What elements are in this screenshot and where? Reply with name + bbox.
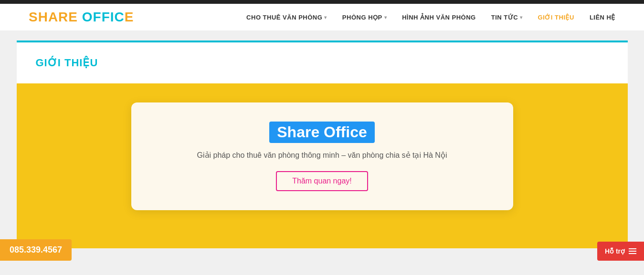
intro-card: Share Office Giải pháp cho thuê văn phòn… (131, 102, 513, 210)
yellow-section: Share Office Giải pháp cho thuê văn phòn… (17, 83, 628, 248)
support-label: Hỗ trợ (605, 247, 625, 255)
page-title-section: Giới Thiệu (17, 41, 628, 83)
nav-label-phong-hop: PHÒNG HỌP (342, 14, 382, 21)
logo-e: E (125, 10, 134, 24)
nav-label-hinh-anh: HÌNH ẢNH VĂN PHÒNG (402, 14, 476, 21)
logo[interactable]: Share officE (29, 10, 134, 25)
nav-item-tin-tuc[interactable]: TIN TỨC ▾ (491, 14, 523, 21)
page-title: Giới Thiệu (36, 57, 98, 69)
nav-item-cho-thue[interactable]: CHO THUÊ VĂN PHÒNG ▾ (246, 14, 327, 21)
main-nav: CHO THUÊ VĂN PHÒNG ▾ PHÒNG HỌP ▾ HÌNH ẢN… (246, 14, 615, 21)
nav-item-lien-he[interactable]: LIÊN HỆ (590, 14, 615, 21)
intro-card-subtitle: Giải pháp cho thuê văn phòng thông minh … (160, 151, 485, 160)
logo-office: offic (82, 10, 125, 24)
nav-item-gioi-thieu[interactable]: GIỚI THIỆU (538, 14, 574, 21)
nav-label-lien-he: LIÊN HỆ (590, 14, 615, 21)
tham-quan-button[interactable]: Thăm quan ngay! (276, 171, 368, 191)
content-wrapper: Giới Thiệu Share Office Giải pháp cho th… (17, 41, 628, 248)
logo-share: Share (29, 10, 78, 24)
intro-card-title: Share Office (269, 122, 375, 143)
support-badge[interactable]: Hỗ trợ (597, 242, 644, 258)
nav-label-gioi-thieu: GIỚI THIỆU (538, 14, 574, 21)
menu-icon (629, 248, 636, 254)
chevron-down-icon: ▾ (384, 15, 387, 20)
phone-badge[interactable]: 085.339.4567 (0, 239, 72, 258)
chevron-down-icon: ▾ (324, 15, 327, 20)
chevron-down-icon: ▾ (520, 15, 523, 20)
top-bar (0, 0, 644, 4)
nav-item-hinh-anh[interactable]: HÌNH ẢNH VĂN PHÒNG (402, 14, 476, 21)
nav-item-phong-hop[interactable]: PHÒNG HỌP ▾ (342, 14, 387, 21)
nav-label-tin-tuc: TIN TỨC (491, 14, 518, 21)
header: Share officE CHO THUÊ VĂN PHÒNG ▾ PHÒNG … (0, 4, 644, 31)
nav-label-cho-thue: CHO THUÊ VĂN PHÒNG (246, 14, 322, 21)
